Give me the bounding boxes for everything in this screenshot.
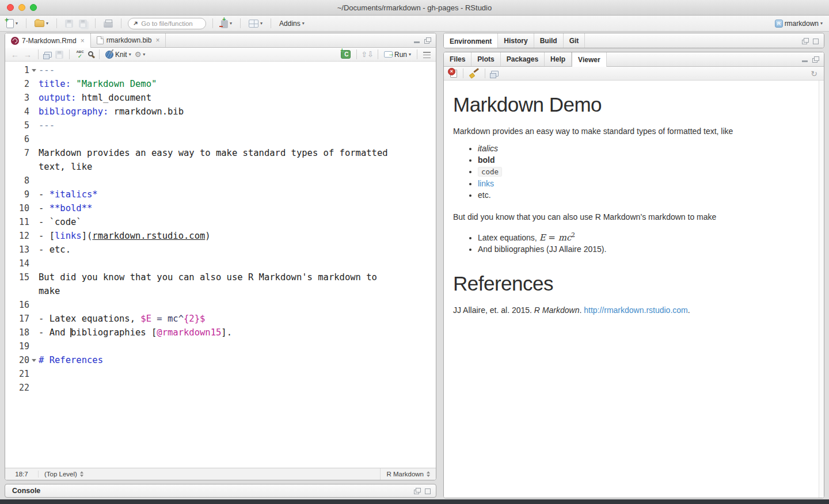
- code-token: bibliographies [: [71, 327, 157, 338]
- tab-history[interactable]: History: [498, 33, 534, 48]
- separator: [95, 18, 96, 28]
- clear-viewer-button[interactable]: [467, 68, 481, 79]
- environment-tabbar: EnvironmentHistoryBuildGit: [444, 33, 824, 48]
- code-text: - Latex equations, $E = mc^{2}$: [39, 312, 205, 326]
- fold-arrow-icon[interactable]: [32, 359, 36, 362]
- code-text: - **bold**: [39, 201, 92, 215]
- goto-file-function-input[interactable]: [141, 20, 199, 27]
- doc-list-2: Latex equations, E = mc2And bibliographi…: [453, 229, 809, 255]
- close-tab-icon[interactable]: ×: [81, 37, 85, 45]
- console-title: Console: [5, 487, 40, 495]
- fold-arrow-icon[interactable]: [32, 69, 36, 72]
- restore-pane-icon[interactable]: [424, 37, 431, 43]
- maximize-pane-icon[interactable]: [424, 488, 431, 494]
- open-file-button[interactable]: ▾: [33, 19, 50, 28]
- list-item: etc.: [478, 189, 809, 201]
- window-bottom-edge: [0, 499, 829, 504]
- environment-pane: EnvironmentHistoryBuildGit: [443, 33, 824, 48]
- editor-tabbar: 7-Markdown.Rmd×rmarkdown.bib×: [5, 33, 436, 48]
- tab-viewer[interactable]: Viewer: [572, 52, 606, 67]
- spellcheck-button[interactable]: ABC: [74, 49, 86, 60]
- editor-tab-7-markdown.rmd[interactable]: 7-Markdown.Rmd×: [5, 33, 91, 48]
- list-item: bold: [478, 154, 809, 166]
- refresh-viewer-button[interactable]: ↻: [809, 68, 819, 79]
- main-toolbar: ▾ ▾ ➜ ▾ ▾ Addins▾ rmarkdown ▾: [0, 16, 829, 32]
- workspace: 7-Markdown.Rmd×rmarkdown.bib× ← → ABC Kn…: [0, 32, 829, 499]
- save-button[interactable]: [63, 18, 75, 29]
- new-file-button[interactable]: ▾: [5, 18, 20, 29]
- save-all-button[interactable]: [77, 18, 89, 29]
- go-to-next-section-button[interactable]: ⇩: [367, 50, 374, 59]
- doc-paragraph-2: But did you know that you can also use R…: [453, 211, 809, 223]
- minimize-pane-icon[interactable]: [414, 37, 420, 43]
- addins-button[interactable]: Addins▾: [277, 18, 306, 29]
- find-replace-button[interactable]: [86, 51, 95, 58]
- knit-button[interactable]: Knit ▾: [104, 49, 133, 60]
- separator: [240, 18, 241, 28]
- line-number: 10: [5, 201, 29, 215]
- doc-title: Markdown Demo: [453, 93, 809, 116]
- code-editor[interactable]: 1---2title: "Markdown Demo"3output: html…: [5, 62, 436, 468]
- line-number: 6: [5, 132, 29, 146]
- files-tabbar: FilesPlotsPackagesHelpViewer: [444, 52, 824, 67]
- line-number: 15: [5, 270, 29, 284]
- viewer-scrollbar[interactable]: [819, 81, 824, 498]
- restore-pane-icon[interactable]: [414, 488, 420, 494]
- tab-plots[interactable]: Plots: [471, 52, 500, 66]
- go-to-previous-section-button[interactable]: ⇧: [361, 50, 367, 59]
- restore-pane-icon[interactable]: [802, 38, 808, 44]
- stop-viewer-button[interactable]: [448, 68, 459, 79]
- back-button[interactable]: ←: [9, 50, 21, 59]
- save-document-button[interactable]: [54, 49, 65, 60]
- code-line: text, like: [5, 160, 436, 174]
- forward-button[interactable]: →: [21, 50, 34, 59]
- line-number: 14: [5, 257, 29, 270]
- code-text: - `code`: [39, 215, 82, 229]
- tab-packages[interactable]: Packages: [501, 52, 545, 66]
- run-button[interactable]: Run ▾: [382, 49, 413, 60]
- tab-help[interactable]: Help: [545, 52, 572, 66]
- link[interactable]: links: [478, 179, 494, 188]
- code-token: text, like: [39, 162, 92, 172]
- tab-environment[interactable]: Environment: [444, 33, 498, 48]
- document-outline-button[interactable]: [421, 49, 432, 59]
- document-mode-selector[interactable]: R Markdown: [380, 468, 436, 480]
- code-line: 21: [5, 367, 436, 381]
- tab-build[interactable]: Build: [534, 33, 564, 48]
- list-item: italics: [478, 143, 809, 154]
- tab-label: Packages: [507, 55, 538, 63]
- open-in-new-window-button[interactable]: [489, 70, 500, 78]
- goto-file-function-box[interactable]: ➜: [128, 18, 206, 29]
- code-token: links: [55, 231, 82, 241]
- math-superscript-wrap: 2: [571, 232, 575, 243]
- project-menu-button[interactable]: rmarkdown ▾: [773, 18, 824, 29]
- pane-layout-button[interactable]: ▾: [247, 18, 264, 29]
- separator: [56, 18, 57, 28]
- fold-column: [29, 132, 39, 146]
- code-line: 13- etc.: [5, 243, 436, 257]
- line-number: 2: [5, 77, 29, 91]
- math-operator: =: [546, 232, 558, 243]
- show-in-new-window-button[interactable]: [43, 51, 54, 59]
- source-pane: 7-Markdown.Rmd×rmarkdown.bib× ← → ABC Kn…: [5, 33, 436, 480]
- minimize-pane-icon[interactable]: [802, 56, 808, 62]
- version-control-button[interactable]: ▾: [219, 17, 234, 29]
- line-number: 19: [5, 339, 29, 353]
- code-token: - etc.: [39, 245, 71, 255]
- reference-link[interactable]: http://rmarkdown.rstudio.com: [584, 306, 688, 315]
- editor-tab-rmarkdown.bib[interactable]: rmarkdown.bib×: [91, 33, 166, 47]
- document-options-button[interactable]: ⚙▾: [133, 49, 147, 59]
- restore-pane-icon[interactable]: [812, 56, 819, 62]
- tab-git[interactable]: Git: [564, 33, 585, 48]
- scope-selector[interactable]: (Top Level): [39, 471, 89, 478]
- print-button[interactable]: [102, 18, 115, 29]
- code-token: But did you know that you can also use R…: [39, 272, 377, 282]
- close-tab-icon[interactable]: ×: [155, 36, 159, 44]
- insert-chunk-button[interactable]: [339, 49, 352, 60]
- new-file-icon: [6, 19, 14, 28]
- separator: [26, 18, 26, 28]
- fold-column: [29, 119, 39, 132]
- maximize-pane-icon[interactable]: [812, 38, 819, 44]
- tab-files[interactable]: Files: [444, 52, 471, 66]
- code-token: -: [39, 203, 50, 213]
